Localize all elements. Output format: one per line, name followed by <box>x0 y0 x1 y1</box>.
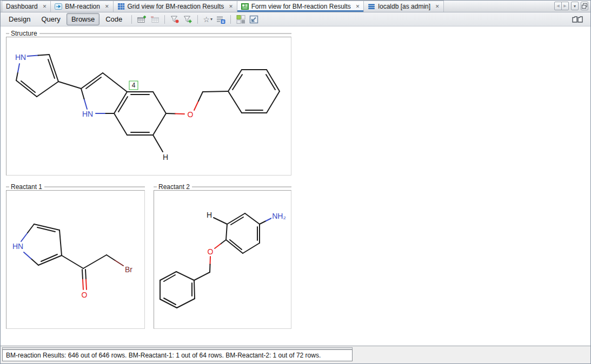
svg-text:HN: HN <box>12 242 23 251</box>
status-bar: BM-reaction Results: 646 out of 646 rows… <box>1 346 590 363</box>
favorites-star-icon[interactable]: ☆▾ <box>201 14 214 25</box>
maximize-window-button[interactable] <box>581 2 588 10</box>
mode-query-button[interactable]: Query <box>36 13 65 25</box>
database-icon <box>368 3 375 10</box>
app-window: Dashboard ✕ BM-reaction ✕ Grid view for … <box>0 0 591 364</box>
resize-mode-icon[interactable] <box>247 14 260 25</box>
svg-text:H: H <box>163 153 168 161</box>
svg-text:H: H <box>207 211 212 219</box>
toolbar-separator <box>197 15 198 24</box>
structure-molecule-canvas[interactable]: 4HNHNOH <box>6 37 291 176</box>
close-icon[interactable]: ✕ <box>105 4 109 9</box>
svg-text:Br: Br <box>125 265 132 274</box>
add-row-icon[interactable] <box>135 14 148 25</box>
tab-grid-view[interactable]: Grid view for BM-reaction Results ✕ <box>113 1 237 12</box>
scroll-tabs-left-button[interactable]: ◀ <box>554 2 562 10</box>
svg-text:NH₂: NH₂ <box>272 212 286 220</box>
svg-text:4: 4 <box>132 82 136 89</box>
status-text: BM-reaction Results: 646 out of 646 rows… <box>6 352 321 359</box>
windows-palette-icon[interactable] <box>571 14 584 25</box>
tab-grid-view-label: Grid view for BM-reaction Results <box>128 3 224 10</box>
reactant2-panel: Reactant 2 HNH₂O <box>154 183 291 329</box>
svg-text:O: O <box>208 247 214 256</box>
toolbar-separator <box>131 15 132 24</box>
tab-dashboard-label: Dashboard <box>6 3 38 10</box>
document-tabbar: Dashboard ✕ BM-reaction ✕ Grid view for … <box>1 1 590 12</box>
svg-text:HN: HN <box>15 53 26 62</box>
close-icon[interactable]: ✕ <box>356 4 360 9</box>
add-filter-icon[interactable] <box>181 14 194 25</box>
status-message: BM-reaction Results: 646 out of 646 rows… <box>2 349 353 361</box>
tab-localdb-label: localdb [as admin] <box>378 3 430 10</box>
chevron-down-icon: ▾ <box>210 17 213 22</box>
scroll-tabs-right-button[interactable]: ▶ <box>561 2 569 10</box>
mode-browse-button[interactable]: Browse <box>67 13 99 25</box>
tab-form-view-label: Form view for BM-reaction Results <box>251 3 351 10</box>
tab-list-dropdown-button[interactable]: ▼ <box>571 2 579 10</box>
svg-text:O: O <box>82 291 88 299</box>
svg-text:HN: HN <box>82 110 93 118</box>
tab-bm-reaction[interactable]: BM-reaction ✕ <box>50 1 113 12</box>
tab-navigation: ◀ ▶ ▼ <box>554 2 588 10</box>
form-toolbar: Design Query Browse Code ☆▾ <box>1 12 590 26</box>
reactant1-molecule-canvas[interactable]: HNOBr <box>6 190 145 329</box>
remove-row-icon[interactable] <box>148 14 161 25</box>
reactant2-panel-label: Reactant 2 <box>157 183 192 191</box>
svg-text:O: O <box>188 110 194 119</box>
close-icon[interactable]: ✕ <box>435 4 440 9</box>
structure-panel: Structure 4HNHNOH <box>6 30 291 176</box>
tab-form-view[interactable]: Form view for BM-reaction Results ✕ <box>237 1 364 12</box>
close-icon[interactable]: ✕ <box>229 4 233 9</box>
reactant2-panel-header: Reactant 2 <box>154 183 291 190</box>
filter-icon[interactable] <box>168 14 181 25</box>
structure-panel-header: Structure <box>6 30 291 37</box>
toolbar-separator <box>164 15 165 24</box>
reactant1-panel: Reactant 1 HNOBr <box>6 183 145 329</box>
form-view-icon <box>241 3 249 10</box>
fields-list-icon[interactable] <box>214 14 227 25</box>
reactant1-panel-label: Reactant 1 <box>9 183 44 191</box>
widgets-icon[interactable] <box>234 14 247 25</box>
tab-dashboard[interactable]: Dashboard ✕ <box>2 1 51 12</box>
toolbar-separator <box>230 15 231 24</box>
tab-localdb[interactable]: localdb [as admin] ✕ <box>363 1 443 12</box>
mode-code-button[interactable]: Code <box>101 13 127 25</box>
tab-bm-reaction-label: BM-reaction <box>65 3 100 10</box>
mode-design-button[interactable]: Design <box>4 13 35 25</box>
grid-view-icon <box>117 3 125 10</box>
close-icon[interactable]: ✕ <box>43 4 47 9</box>
reactant2-molecule-canvas[interactable]: HNH₂O <box>154 190 291 329</box>
reactant1-panel-header: Reactant 1 <box>6 183 145 190</box>
reaction-arrow-icon <box>55 3 62 10</box>
structure-panel-label: Structure <box>9 30 39 37</box>
form-view-area: Structure 4HNHNOH Reactant 1 HNOBr React… <box>1 26 590 345</box>
